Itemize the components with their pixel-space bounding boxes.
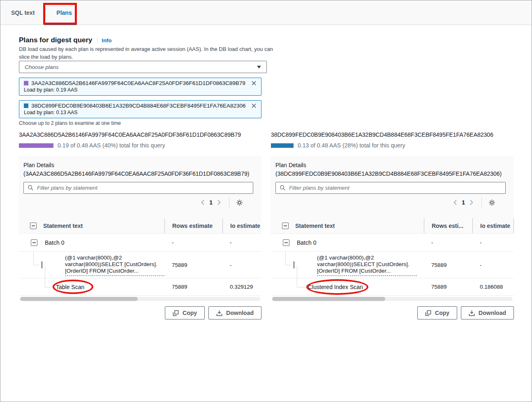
column-header-rows-estimate: Rows estimate <box>172 223 213 229</box>
selected-plan-token: 38DC899FEDC0B9E908403B6E1A32B9CD4B884E68… <box>19 100 261 118</box>
page-number[interactable]: 1 <box>462 199 465 206</box>
panel-subtitle: (38DC899FEDC0B9E908403B6E1A32B9CD4B884E6… <box>275 170 506 178</box>
panel-actions-right: Copy Download <box>271 306 514 319</box>
table-row-scan: Table Scan 75889 0.329129 <box>19 278 261 296</box>
tab-sql-text-label: SQL text <box>11 9 35 16</box>
search-icon <box>280 185 286 191</box>
horizontal-scrollbar[interactable] <box>20 297 260 301</box>
io-estimate-value: 0.186088 <box>472 278 514 295</box>
page-number[interactable]: 1 <box>209 199 213 206</box>
io-estimate-value: - <box>472 234 514 251</box>
page-title: Plans for digest query <box>19 36 93 44</box>
collapse-all-icon[interactable] <box>282 223 289 229</box>
choose-plans-select[interactable]: Choose plans <box>19 61 267 73</box>
tree-connector <box>33 251 34 265</box>
scan-type-label: Clustered Index Scan <box>308 284 363 290</box>
statement-line: (@1 varchar(8000),@2 <box>65 255 164 261</box>
panel-header: Plan Details (3AA2A3C886D5A2B6146FA9979F… <box>19 156 261 218</box>
tab-sql-text[interactable]: SQL text <box>0 0 45 25</box>
copy-button[interactable]: Copy <box>417 306 457 319</box>
io-estimate-value: - <box>472 252 514 278</box>
download-button[interactable]: Download <box>461 306 514 319</box>
load-summary: 0.13 of 0.48 AAS (28%) total for this qu… <box>298 142 405 149</box>
tree-connector <box>45 265 45 278</box>
column-header-io-estimate: Io estimate <box>480 223 510 229</box>
table-header: Statement text Rows estimate Io estimate <box>19 218 261 234</box>
scrollbar-thumb[interactable] <box>272 297 385 301</box>
gear-icon[interactable] <box>234 198 244 207</box>
column-header-io-estimate: Io estimate <box>230 223 260 229</box>
plan-details-panel-right: Plan Details (38DC899FEDC0B9E908403B6E1A… <box>271 156 514 301</box>
panel-title: Plan Details <box>23 161 253 170</box>
pagination: 1 <box>275 194 506 211</box>
tree-connector <box>297 265 297 278</box>
statement-line: [OrderID] FROM [CustOrder... <box>317 268 417 274</box>
rows-estimate-value: 75889 <box>164 278 222 295</box>
selector-helper-text: Choose up to 2 plans to examine at one t… <box>19 120 121 126</box>
section-header: Plans for digest query Info <box>19 36 111 44</box>
collapse-row-icon[interactable] <box>283 239 289 246</box>
statement-text[interactable]: (@1 varchar(8000),@2 varchar(8000))SELEC… <box>65 255 164 276</box>
filter-input[interactable]: Filter plans by statement <box>275 182 506 194</box>
download-icon <box>216 310 222 316</box>
plan-heading-right: 38DC899FEDC0B9E908403B6E1A32B9CD4B884E68… <box>271 131 514 149</box>
close-icon[interactable] <box>251 80 257 86</box>
tree-connector <box>45 287 54 287</box>
close-icon[interactable] <box>251 103 257 108</box>
previous-page-button[interactable] <box>450 198 460 207</box>
panel-subtitle: (3AA2A3C886D5A2B6146FA9979F64C0EA6AAC8F2… <box>23 170 253 178</box>
collapse-all-icon[interactable] <box>30 223 37 229</box>
previous-page-button[interactable] <box>198 198 208 207</box>
tree-connector <box>297 287 306 287</box>
next-page-button[interactable] <box>467 198 476 207</box>
statement-text[interactable]: (@1 varchar(8000),@2 varchar(8000))SELEC… <box>317 255 417 276</box>
info-link[interactable]: Info <box>102 37 112 44</box>
plan-color-swatch <box>24 103 28 108</box>
table-header: Statement text Rows esti... Io estimate <box>271 218 514 234</box>
tree-connector <box>297 278 297 287</box>
plans-page: SQL text Plans Plans for digest query In… <box>0 0 532 402</box>
io-estimate-value: 0.329129 <box>222 278 261 295</box>
collapse-row-icon[interactable] <box>31 239 37 246</box>
copy-button-label: Copy <box>183 310 197 316</box>
pagination-divider <box>481 197 482 208</box>
plan-hash: 3AA2A3C886D5A2B6146FA9979F64C0EA6AAC8F25… <box>31 80 248 86</box>
table-row-batch: Batch 0 - - <box>19 234 261 252</box>
pagination-divider <box>229 197 229 208</box>
search-icon <box>28 185 34 191</box>
plan-hash-heading: 3AA2A3C886D5A2B6146FA9979F64C0EA6AAC8F25… <box>19 131 261 138</box>
plan-load-label: Load by plan: 0.19 AAS <box>24 87 257 93</box>
download-button[interactable]: Download <box>208 306 261 319</box>
filter-placeholder: Filter plans by statement <box>37 185 97 191</box>
chevron-down-icon <box>257 66 261 69</box>
column-header-statement: Statement text <box>43 223 83 229</box>
statement-line: (@1 varchar(8000),@2 <box>317 255 417 261</box>
batch-label: Batch 0 <box>45 239 64 246</box>
pagination: 1 <box>23 194 253 211</box>
load-bar <box>19 143 53 148</box>
collapse-row-icon[interactable] <box>294 261 294 269</box>
io-estimate-value: - <box>222 252 261 278</box>
plan-details-panel-left: Plan Details (3AA2A3C886D5A2B6146FA9979F… <box>19 156 261 301</box>
next-page-button[interactable] <box>214 198 224 207</box>
choose-plans-placeholder: Choose plans <box>25 64 59 70</box>
collapse-row-icon[interactable] <box>42 261 42 269</box>
filter-placeholder: Filter plans by statement <box>289 185 349 191</box>
horizontal-scrollbar[interactable] <box>272 297 513 301</box>
tree-connector <box>45 278 45 287</box>
rows-estimate-value: - <box>424 234 472 251</box>
rows-estimate-value: - <box>164 234 222 251</box>
copy-button-label: Copy <box>435 310 449 316</box>
plan-hash-heading: 38DC899FEDC0B9E908403B6E1A32B9CD4B884E68… <box>271 131 514 138</box>
panel-header: Plan Details (38DC899FEDC0B9E908403B6E1A… <box>271 156 514 218</box>
download-icon <box>469 310 475 316</box>
scrollbar-thumb[interactable] <box>20 297 138 301</box>
tree-connector <box>33 265 39 265</box>
copy-button[interactable]: Copy <box>165 306 205 319</box>
tree-connector <box>285 251 286 265</box>
plan-heading-left: 3AA2A3C886D5A2B6146FA9979F64C0EA6AAC8F25… <box>19 131 261 149</box>
gear-icon[interactable] <box>487 198 497 207</box>
filter-input[interactable]: Filter plans by statement <box>23 182 253 194</box>
table-row-statement: (@1 varchar(8000),@2 varchar(8000))SELEC… <box>271 252 514 278</box>
section-description: DB load caused by each plan is represent… <box>19 45 275 61</box>
